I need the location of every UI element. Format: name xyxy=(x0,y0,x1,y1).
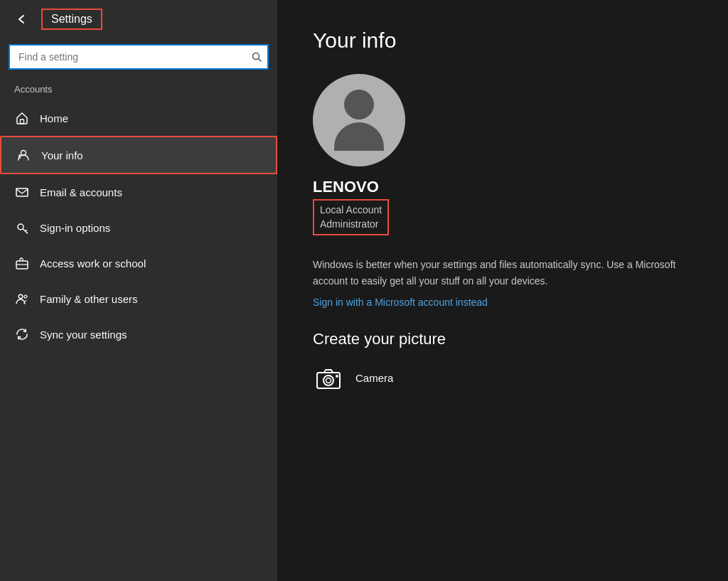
avatar-body xyxy=(334,122,384,151)
sidebar-item-family[interactable]: Family & other users xyxy=(0,281,277,316)
profile-section: LENOVO Local Account Administrator xyxy=(313,74,692,235)
sync-description: Windows is better when your settings and… xyxy=(313,257,682,289)
home-icon xyxy=(14,110,30,126)
svg-rect-7 xyxy=(16,188,28,196)
sidebar-header: Settings xyxy=(0,0,277,38)
sidebar-item-your-info-label: Your info xyxy=(41,149,83,161)
page-title: Your info xyxy=(313,28,692,53)
sidebar-item-work-school[interactable]: Access work or school xyxy=(0,245,277,281)
sidebar-item-sign-in-label: Sign-in options xyxy=(40,222,110,234)
sidebar-item-home-label: Home xyxy=(40,112,68,124)
search-icon xyxy=(252,52,262,62)
svg-rect-2 xyxy=(21,119,24,124)
person-icon xyxy=(16,147,31,163)
search-input[interactable] xyxy=(9,44,269,70)
svg-point-11 xyxy=(18,294,23,299)
sidebar: Settings Accounts Home xyxy=(0,0,277,581)
sidebar-item-family-label: Family & other users xyxy=(40,293,138,305)
svg-point-14 xyxy=(323,375,333,385)
sidebar-item-email-accounts[interactable]: Email & accounts xyxy=(0,174,277,210)
briefcase-icon xyxy=(14,255,30,271)
svg-point-12 xyxy=(24,295,27,298)
email-icon xyxy=(14,184,30,200)
user-role-line1: Local Account xyxy=(320,203,382,218)
settings-title: Settings xyxy=(41,9,102,30)
sync-icon xyxy=(14,326,30,342)
search-box[interactable] xyxy=(9,44,269,70)
accounts-section-label: Accounts xyxy=(0,75,277,100)
avatar xyxy=(313,74,405,166)
camera-label: Camera xyxy=(355,372,393,384)
avatar-head xyxy=(344,90,374,119)
sidebar-item-sign-in[interactable]: Sign-in options xyxy=(0,210,277,245)
back-button[interactable] xyxy=(11,9,33,30)
svg-point-16 xyxy=(336,375,338,378)
create-picture-title: Create your picture xyxy=(313,330,692,348)
user-name: LENOVO xyxy=(313,178,379,196)
sidebar-item-your-info[interactable]: Your info xyxy=(0,136,277,174)
avatar-person-graphic xyxy=(334,90,384,151)
key-icon xyxy=(14,220,30,235)
sidebar-item-sync[interactable]: Sync your settings xyxy=(0,316,277,352)
people-icon xyxy=(14,291,30,307)
svg-point-15 xyxy=(326,378,331,383)
sidebar-item-home[interactable]: Home xyxy=(0,100,277,136)
sidebar-item-sync-label: Sync your settings xyxy=(40,329,127,341)
user-role-box: Local Account Administrator xyxy=(313,199,389,235)
ms-account-link[interactable]: Sign in with a Microsoft account instead xyxy=(313,297,488,308)
sidebar-item-work-school-label: Access work or school xyxy=(40,257,146,270)
sidebar-item-email-accounts-label: Email & accounts xyxy=(40,186,122,198)
camera-item[interactable]: Camera xyxy=(313,363,692,394)
user-role-line2: Administrator xyxy=(320,218,382,232)
main-content: Your info LENOVO Local Account Administr… xyxy=(277,0,728,581)
svg-line-1 xyxy=(259,59,262,62)
camera-icon xyxy=(313,363,344,394)
